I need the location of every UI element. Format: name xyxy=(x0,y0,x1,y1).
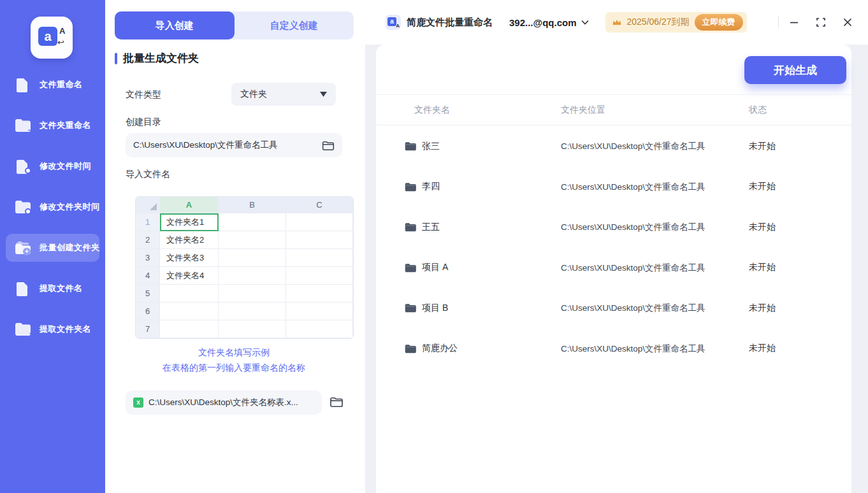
sheet-cell xyxy=(219,303,286,320)
file-type-select[interactable]: 文件夹 xyxy=(231,83,336,106)
sheet-cell xyxy=(160,303,219,320)
app-title: 简鹿文件批量重命名 xyxy=(407,17,493,29)
file-type-label: 文件类型 xyxy=(126,89,161,101)
sidebar-item-extract-folder-names[interactable]: ↑ 提取文件夹名 xyxy=(6,315,99,343)
logo-letter-a: a xyxy=(38,27,57,46)
col-header-folder-name: 文件夹名 xyxy=(405,104,561,116)
sheet-example-title: 文件夹名填写示例 xyxy=(126,347,342,359)
sheet-cell xyxy=(219,231,286,249)
table-row[interactable]: 张三 C:\Users\XU\Desktop\文件重命名工具 未开始 xyxy=(376,126,851,167)
table-row[interactable]: 王五 C:\Users\XU\Desktop\文件重命名工具 未开始 xyxy=(376,207,851,248)
status-badge: 未开始 xyxy=(749,141,851,152)
folder-name: 李四 xyxy=(422,181,440,192)
sheet-row-number: 2 xyxy=(136,231,160,249)
create-dir-label: 创建目录 xyxy=(126,117,161,128)
create-dir-input[interactable]: C:\Users\XU\Desktop\文件重命名工具 xyxy=(126,133,342,157)
minimize-button[interactable] xyxy=(783,11,806,34)
folder-browse-icon[interactable] xyxy=(329,396,344,410)
sidebar-item-folder-rename[interactable]: − 文件夹重命名 xyxy=(6,111,99,139)
app-icon: aA xyxy=(386,15,401,30)
file-extract-icon: ↑ xyxy=(15,281,32,296)
folder-icon xyxy=(405,303,416,313)
table-row[interactable]: 项目 A C:\Users\XU\Desktop\文件重命名工具 未开始 xyxy=(376,248,851,289)
sheet-select-all-corner xyxy=(136,197,160,213)
sheet-cell-a3: 文件夹名3 xyxy=(160,249,219,267)
folder-name: 简鹿办公 xyxy=(422,343,458,354)
col-header-status: 状态 xyxy=(749,104,851,116)
sidebar-item-label: 提取文件夹名 xyxy=(40,324,91,335)
chevron-down-icon xyxy=(581,20,589,25)
folder-location: C:\Users\XU\Desktop\文件重命名工具 xyxy=(561,262,749,274)
titlebar-divider xyxy=(778,16,779,29)
folder-browse-icon[interactable] xyxy=(322,140,335,151)
import-names-label: 导入文件名 xyxy=(126,169,170,180)
folder-location: C:\Users\XU\Desktop\文件重命名工具 xyxy=(561,181,749,193)
sheet-cell xyxy=(286,285,353,303)
account-menu[interactable]: 392...@qq.com xyxy=(509,17,589,28)
sheet-example-subtitle: 在表格的第一列输入要重命名的名称 xyxy=(126,362,342,374)
sheet-row-number: 6 xyxy=(136,303,160,320)
settings-panel: 导入创建 自定义创建 批量生成文件夹 文件类型 文件夹 创建目录 C:\User… xyxy=(105,0,365,493)
sidebar-item-folder-time[interactable]: 修改文件夹时间 xyxy=(6,193,99,221)
minimize-icon xyxy=(790,18,799,27)
license-badge: 2025/06/27到期 立即续费 xyxy=(605,12,747,32)
status-badge: 未开始 xyxy=(749,181,851,192)
close-icon xyxy=(843,18,852,27)
sheet-row-number: 4 xyxy=(136,267,160,285)
logo-letter-A: A xyxy=(59,26,65,36)
excel-path-input[interactable]: x C:\Users\XU\Desktop\文件夹名称表.x... xyxy=(126,390,322,415)
renew-button[interactable]: 立即续费 xyxy=(695,14,743,31)
maximize-button[interactable] xyxy=(809,11,832,34)
sheet-col-header-c: C xyxy=(286,197,353,213)
table-row[interactable]: 简鹿办公 C:\Users\XU\Desktop\文件重命名工具 未开始 xyxy=(376,329,851,369)
section-title: 批量生成文件夹 xyxy=(115,51,199,66)
col-header-folder-location: 文件夹位置 xyxy=(561,104,749,116)
sheet-cell xyxy=(286,231,353,249)
sidebar-item-label: 提取文件名 xyxy=(40,283,83,294)
app-logo: a A ↩ xyxy=(31,17,73,59)
sidebar-item-extract-file-names[interactable]: ↑ 提取文件名 xyxy=(6,275,99,303)
folder-icon xyxy=(405,263,416,273)
sheet-cell xyxy=(286,267,353,285)
folder-icon xyxy=(405,222,416,232)
tab-import-create[interactable]: 导入创建 xyxy=(115,11,235,39)
sheet-cell xyxy=(219,249,286,267)
folder-location: C:\Users\XU\Desktop\文件重命名工具 xyxy=(561,302,749,314)
excel-file-icon: x xyxy=(133,397,143,408)
sheet-cell xyxy=(286,213,353,231)
folder-plus-icon: + xyxy=(15,240,32,255)
sheet-cell xyxy=(160,320,219,338)
sheet-cell xyxy=(160,285,219,303)
sheet-row-number: 3 xyxy=(136,249,160,267)
start-generate-button[interactable]: 开始生成 xyxy=(744,56,846,84)
sheet-row-number: 7 xyxy=(136,320,160,338)
folder-extract-icon: ↑ xyxy=(15,322,32,337)
account-email: 392...@qq.com xyxy=(509,17,577,28)
sidebar-item-file-rename[interactable]: = 文件重命名 xyxy=(6,71,99,99)
create-dir-value: C:\Users\XU\Desktop\文件重命名工具 xyxy=(133,139,317,151)
folder-table: 张三 C:\Users\XU\Desktop\文件重命名工具 未开始 李四 C:… xyxy=(376,126,851,369)
maximize-icon xyxy=(816,18,825,27)
sheet-cell-a2: 文件夹名2 xyxy=(160,231,219,249)
sidebar-item-batch-create-folders[interactable]: + 批量创建文件夹 xyxy=(6,234,99,262)
app-window: a A ↩ = 文件重命名 − 文件夹重命名 xyxy=(0,0,868,493)
chevron-down-icon xyxy=(320,92,327,97)
results-card: 开始生成 文件夹名 文件夹位置 状态 张三 C:\Users\XU\Deskto… xyxy=(376,45,851,493)
tab-custom-create[interactable]: 自定义创建 xyxy=(235,11,354,39)
titlebar: aA 简鹿文件批量重命名 392...@qq.com 2025/06/27到期 … xyxy=(365,0,868,45)
close-button[interactable] xyxy=(836,11,859,34)
folder-icon xyxy=(405,141,416,151)
folder-name: 王五 xyxy=(422,222,440,233)
folder-time-icon xyxy=(15,199,32,215)
sheet-cell xyxy=(219,320,286,338)
sidebar-item-label: 批量创建文件夹 xyxy=(40,242,100,254)
table-row[interactable]: 项目 B C:\Users\XU\Desktop\文件重命名工具 未开始 xyxy=(376,288,851,329)
section-title-text: 批量生成文件夹 xyxy=(123,51,199,66)
folder-name: 项目 B xyxy=(422,303,448,314)
sidebar-item-file-time[interactable]: 修改文件时间 xyxy=(6,152,99,180)
folder-location: C:\Users\XU\Desktop\文件重命名工具 xyxy=(561,343,749,355)
sheet-cell xyxy=(219,285,286,303)
table-row[interactable]: 李四 C:\Users\XU\Desktop\文件重命名工具 未开始 xyxy=(376,167,851,208)
folder-icon xyxy=(405,182,416,192)
sheet-col-header-a: A xyxy=(160,197,219,213)
